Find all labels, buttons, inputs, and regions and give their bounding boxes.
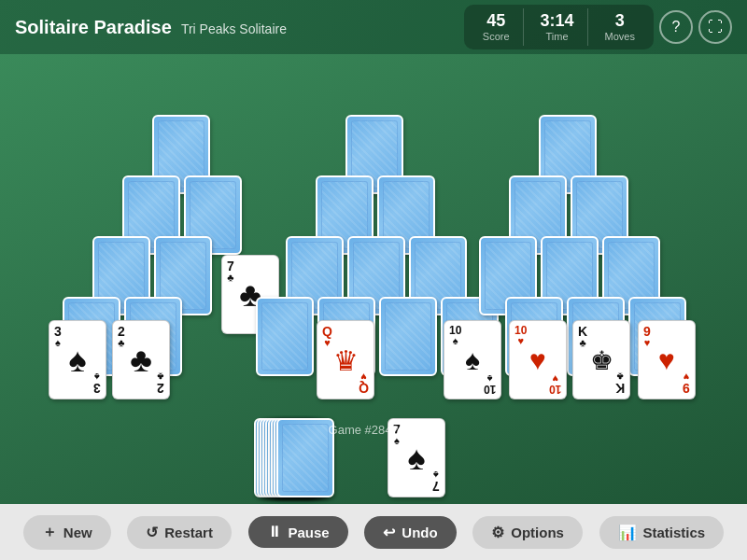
card-9-hearts[interactable]: 9 ♥ ♥ 9 ♥ — [638, 320, 696, 399]
options-button[interactable]: ⚙ Options — [472, 516, 583, 549]
undo-label: Undo — [402, 525, 437, 540]
options-label: Options — [511, 525, 564, 540]
score-label: Score — [483, 31, 510, 42]
help-button[interactable]: ? — [659, 10, 693, 44]
header-left: Solitaire Paradise Tri Peaks Solitaire — [15, 17, 287, 38]
app-title: Solitaire Paradise — [15, 17, 172, 38]
card-back[interactable] — [256, 297, 314, 376]
header: Solitaire Paradise Tri Peaks Solitaire 4… — [0, 0, 747, 54]
restart-button[interactable]: ↺ Restart — [127, 516, 232, 549]
card-10-hearts[interactable]: 10 ♥ ♥ 10 ♥ — [509, 320, 567, 399]
card-back[interactable] — [379, 297, 437, 376]
gear-icon: ⚙ — [491, 524, 504, 541]
new-label: New — [63, 525, 92, 540]
statistics-label: Statistics — [643, 525, 706, 540]
undo-button[interactable]: ↩ Undo — [364, 516, 456, 549]
header-stats: 45 Score 3:14 Time 3 Moves — [464, 5, 654, 49]
card-king-clubs[interactable]: K ♣ ♚ K ♣ — [572, 320, 630, 399]
card-10-spades[interactable]: 10 ♠ ♠ 10 ♠ — [444, 320, 501, 399]
restart-icon: ↺ — [146, 524, 158, 541]
card-queen-hearts[interactable]: Q ♥ ♛ Q ♥ — [317, 320, 374, 399]
game-number: Game #2842651 — [0, 423, 747, 437]
pause-button[interactable]: ⏸ Pause — [248, 516, 348, 548]
moves-label: Moves — [605, 31, 635, 42]
card-3-spades[interactable]: 3 ♠ ♠ 3 ♠ — [49, 320, 106, 399]
game-subtitle: Tri Peaks Solitaire — [181, 21, 287, 36]
pause-label: Pause — [289, 525, 330, 540]
restart-label: Restart — [164, 525, 213, 540]
fullscreen-button[interactable]: ⛶ — [698, 10, 732, 44]
time-label: Time — [546, 31, 569, 42]
undo-icon: ↩ — [383, 524, 395, 541]
chart-icon: 📊 — [618, 524, 637, 541]
score-block: 45 Score — [470, 8, 524, 46]
pause-icon: ⏸ — [267, 524, 282, 540]
bottom-bar: ＋ New ↺ Restart ⏸ Pause ↩ Undo ⚙ Options… — [0, 504, 747, 560]
card-2-clubs[interactable]: 2 ♣ ♣ 2 ♣ — [112, 320, 170, 399]
statistics-button[interactable]: 📊 Statistics — [599, 516, 725, 549]
game-area: 7 ♣ ♣ 7 ♣ 3 ♠ ♠ 3 ♠ 2 ♣ ♣ 2 ♣ — [0, 54, 747, 504]
time-value: 3:14 — [541, 12, 574, 29]
score-value: 45 — [486, 12, 505, 29]
time-block: 3:14 Time — [528, 8, 588, 46]
moves-value: 3 — [615, 12, 625, 29]
moves-block: 3 Moves — [592, 8, 648, 46]
new-button[interactable]: ＋ New — [23, 515, 111, 550]
plus-icon: ＋ — [42, 523, 57, 542]
